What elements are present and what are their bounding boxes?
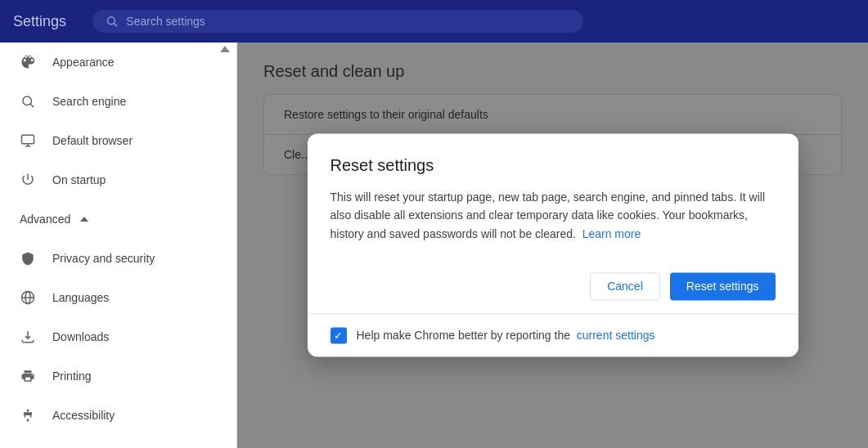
sidebar-item-search-label: Search engine bbox=[52, 95, 126, 108]
search-icon bbox=[106, 15, 118, 28]
main-content: Reset and clean up Restore settings to t… bbox=[237, 43, 868, 448]
sidebar-item-languages[interactable]: Languages bbox=[0, 278, 236, 317]
footer-text: Help make Chrome better by reporting the… bbox=[357, 329, 655, 343]
sidebar-item-on-startup[interactable]: On startup bbox=[0, 160, 236, 199]
reset-settings-button[interactable]: Reset settings bbox=[670, 273, 776, 301]
print-icon bbox=[20, 368, 36, 384]
footer-static-text: Help make Chrome better by reporting the bbox=[357, 329, 570, 343]
sidebar-item-default-browser[interactable]: Default browser bbox=[0, 121, 236, 160]
dialog-body-text: This will reset your startup page, new t… bbox=[331, 190, 766, 240]
download-icon bbox=[20, 329, 36, 345]
sidebar-item-startup-label: On startup bbox=[52, 173, 106, 186]
sidebar-item-accessibility[interactable]: Accessibility bbox=[0, 396, 236, 435]
dialog-description: This will reset your startup page, new t… bbox=[331, 188, 776, 243]
app-header: Settings bbox=[0, 0, 868, 43]
advanced-section-header[interactable]: Advanced bbox=[0, 199, 236, 239]
learn-more-link[interactable]: Learn more bbox=[582, 227, 641, 240]
sidebar-item-accessibility-label: Accessibility bbox=[52, 409, 115, 422]
sidebar-item-printing[interactable]: Printing bbox=[0, 356, 236, 396]
page-layout: Appearance Search engine Default browser bbox=[0, 43, 868, 448]
palette-icon bbox=[20, 54, 36, 70]
power-icon bbox=[20, 172, 36, 188]
dialog-body: Reset settings This will reset your star… bbox=[308, 133, 798, 259]
sidebar-item-appearance[interactable]: Appearance bbox=[0, 43, 236, 82]
reporting-checkbox[interactable]: ✓ bbox=[331, 328, 347, 344]
checkmark-icon: ✓ bbox=[334, 330, 343, 341]
svg-point-10 bbox=[27, 410, 29, 412]
svg-line-3 bbox=[30, 104, 33, 106]
svg-line-1 bbox=[115, 24, 117, 26]
sidebar-item-privacy[interactable]: Privacy and security bbox=[0, 239, 236, 278]
sidebar-item-privacy-label: Privacy and security bbox=[52, 252, 155, 265]
accessibility-icon bbox=[20, 407, 36, 423]
dialog-footer: ✓ Help make Chrome better by reporting t… bbox=[308, 314, 798, 357]
globe-icon bbox=[20, 289, 36, 306]
monitor-icon bbox=[20, 132, 36, 149]
advanced-label: Advanced bbox=[20, 213, 70, 226]
shield-icon bbox=[20, 250, 36, 267]
search-engine-icon bbox=[20, 93, 36, 110]
sidebar-item-downloads-label: Downloads bbox=[52, 330, 109, 343]
sidebar-item-search-engine[interactable]: Search engine bbox=[0, 82, 236, 121]
app-title: Settings bbox=[13, 13, 66, 30]
dialog-actions: Cancel Reset settings bbox=[308, 260, 798, 314]
sidebar-item-printing-label: Printing bbox=[52, 370, 91, 383]
search-bar[interactable] bbox=[92, 10, 583, 33]
cancel-button[interactable]: Cancel bbox=[590, 273, 660, 301]
svg-rect-4 bbox=[22, 135, 34, 144]
dialog-title: Reset settings bbox=[331, 156, 776, 175]
reset-settings-dialog: Reset settings This will reset your star… bbox=[308, 133, 798, 356]
sidebar: Appearance Search engine Default browser bbox=[0, 43, 237, 448]
scroll-up-indicator bbox=[220, 46, 230, 52]
sidebar-item-appearance-label: Appearance bbox=[52, 56, 115, 69]
chevron-up-icon bbox=[80, 217, 88, 222]
sidebar-item-languages-label: Languages bbox=[52, 291, 109, 304]
sidebar-item-browser-label: Default browser bbox=[52, 134, 133, 147]
current-settings-link[interactable]: current settings bbox=[577, 329, 655, 343]
sidebar-item-downloads[interactable]: Downloads bbox=[0, 317, 236, 356]
search-input[interactable] bbox=[126, 15, 570, 28]
